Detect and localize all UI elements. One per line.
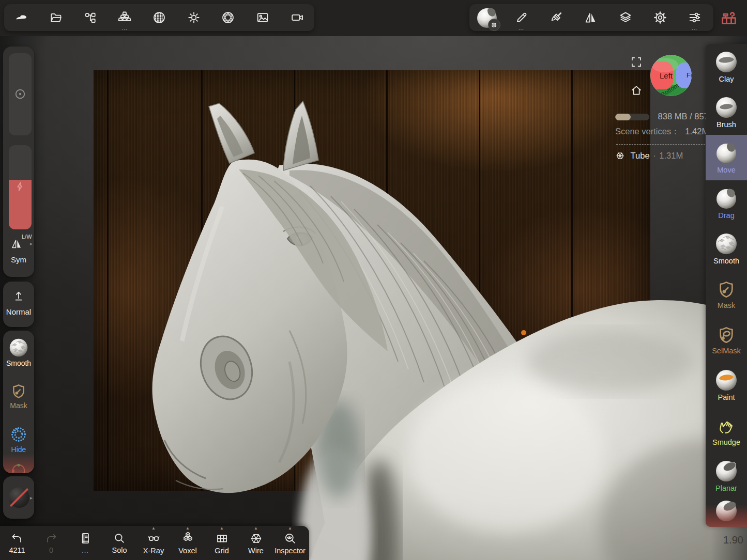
tool-smudge[interactable]: Smudge bbox=[706, 408, 747, 453]
toggle-label: Wire bbox=[248, 547, 264, 555]
fullscreen-icon bbox=[630, 55, 643, 69]
undo-icon bbox=[10, 532, 24, 545]
quick-tool-label: Mask bbox=[10, 401, 27, 410]
toolbox-button[interactable] bbox=[719, 7, 739, 30]
inspector-caret[interactable]: ▲ bbox=[288, 526, 292, 531]
fullscreen-button[interactable] bbox=[630, 55, 643, 71]
stroke-settings-button[interactable]: … bbox=[504, 4, 539, 31]
tool-label: Move bbox=[717, 166, 735, 174]
quick-tool-mask[interactable]: Mask bbox=[3, 374, 34, 417]
move-sphere-icon bbox=[715, 142, 738, 164]
video-camera-icon bbox=[290, 10, 304, 25]
intensity-slider[interactable] bbox=[9, 145, 32, 229]
app-logo-button[interactable] bbox=[4, 4, 39, 31]
history-button[interactable]: … bbox=[68, 526, 102, 560]
layers-button[interactable] bbox=[608, 4, 643, 31]
tool-label: Drag bbox=[718, 211, 734, 220]
quick-tools-scroll-fade bbox=[3, 454, 34, 473]
normal-label: Normal bbox=[3, 307, 34, 316]
tool-selmask[interactable]: SelMask bbox=[706, 317, 747, 362]
toggle-inspector[interactable]: ▲ Inspector bbox=[273, 526, 307, 560]
tool-mask[interactable]: Mask bbox=[706, 271, 747, 317]
scene-vertices-label: Scene vertices： bbox=[615, 127, 680, 136]
tool-planar[interactable]: Planar bbox=[706, 453, 747, 499]
smooth-sphere-icon bbox=[715, 232, 738, 255]
quick-tool-label: Smooth bbox=[6, 359, 31, 367]
painting-settings-button[interactable] bbox=[539, 4, 573, 31]
material-button[interactable] bbox=[142, 4, 177, 31]
scene-graph-button[interactable] bbox=[73, 4, 108, 31]
toggle-grid[interactable]: ▲ Grid bbox=[205, 526, 239, 560]
symmetry-label: Sym bbox=[3, 255, 34, 264]
tool-paint[interactable]: Paint bbox=[706, 362, 747, 408]
undo-button[interactable]: 4211 bbox=[0, 526, 34, 560]
matcap-preview-button[interactable] bbox=[469, 4, 504, 31]
tool-clay[interactable]: Clay bbox=[706, 44, 747, 89]
tool-smooth[interactable]: Smooth bbox=[706, 226, 747, 271]
alpha-expand-arrow[interactable]: ▸ bbox=[30, 495, 33, 501]
alpha-panel[interactable]: ▸ bbox=[3, 476, 34, 519]
orientation-gizmo[interactable]: Left Front Bottom bbox=[649, 54, 693, 97]
home-view-button[interactable] bbox=[630, 84, 643, 99]
wire-caret[interactable]: ▲ bbox=[254, 526, 258, 531]
object-row[interactable]: Tube · 1.31M bbox=[615, 151, 706, 161]
files-button[interactable] bbox=[39, 4, 73, 31]
settings-button[interactable] bbox=[643, 4, 677, 31]
postprocess-button[interactable] bbox=[211, 4, 246, 31]
undo-count: 4211 bbox=[9, 546, 25, 554]
toggle-solo[interactable]: Solo bbox=[102, 526, 136, 560]
redo-count: 0 bbox=[49, 546, 53, 554]
tool-brush[interactable]: Brush bbox=[706, 89, 747, 135]
stats-separator bbox=[616, 144, 705, 145]
main-toolbar-right: … … bbox=[469, 4, 713, 31]
toggle-wire[interactable]: ▲ Wire bbox=[239, 526, 273, 560]
sliders-icon bbox=[688, 10, 702, 25]
tool-move-selected[interactable]: Move bbox=[706, 135, 747, 180]
background-button[interactable] bbox=[246, 4, 280, 31]
wireframe-icon bbox=[249, 532, 263, 546]
xray-caret[interactable]: ▲ bbox=[151, 526, 156, 531]
quick-tool-smooth[interactable]: Smooth bbox=[3, 331, 34, 374]
quick-tool-label: Hide bbox=[11, 445, 26, 454]
topology-button[interactable]: … bbox=[108, 4, 142, 31]
symmetry-button[interactable] bbox=[573, 4, 608, 31]
grid-caret[interactable]: ▲ bbox=[220, 526, 224, 531]
toggle-voxel[interactable]: ▲ Voxel bbox=[171, 526, 205, 560]
redo-icon bbox=[44, 532, 58, 545]
tool-label: Brush bbox=[716, 120, 736, 129]
symmetry-expand-arrow[interactable]: ▸ bbox=[30, 241, 33, 246]
redo-button[interactable]: 0 bbox=[34, 526, 68, 560]
tool-label: Mask bbox=[718, 301, 736, 309]
lighting-button[interactable] bbox=[176, 4, 211, 31]
alpha-none-icon bbox=[9, 487, 29, 508]
radius-slider[interactable] bbox=[9, 53, 32, 135]
tool-label: Planar bbox=[715, 484, 737, 492]
voxel-cubes-icon bbox=[181, 532, 195, 546]
tool-label: Smooth bbox=[713, 257, 739, 265]
gear-badge-icon bbox=[491, 22, 497, 28]
paintbrush-icon bbox=[549, 11, 563, 25]
nomad-logo-icon bbox=[13, 10, 29, 25]
voxel-caret[interactable]: ▲ bbox=[186, 526, 190, 531]
toggle-xray[interactable]: ▲ X-Ray bbox=[136, 526, 171, 560]
quick-tools-panel: Smooth Mask Hide bbox=[3, 331, 34, 473]
camera-button[interactable] bbox=[280, 4, 314, 31]
inspector-eye-icon bbox=[283, 532, 297, 546]
stroke-more: … bbox=[504, 25, 539, 30]
symmetry-toggle[interactable]: L/W ▸ Sym bbox=[3, 234, 34, 275]
sun-icon bbox=[187, 10, 201, 25]
app-window: Left Front Bottom 838 MB / 857 M Scene v… bbox=[0, 0, 747, 560]
xray-glasses-icon bbox=[147, 532, 161, 546]
brush-sphere-icon bbox=[715, 96, 738, 119]
object-name: Tube bbox=[631, 151, 650, 160]
mask-shield-icon bbox=[716, 279, 737, 300]
scene-vertices-value: 1.42M bbox=[685, 127, 706, 136]
normal-mode-button[interactable]: Normal bbox=[3, 282, 34, 327]
toolbox-icon bbox=[719, 7, 739, 28]
tool-drag[interactable]: Drag bbox=[706, 180, 747, 226]
drag-sphere-icon bbox=[715, 187, 738, 210]
scene-stats: 838 MB / 857 M Scene vertices： 1.42M Tub… bbox=[615, 112, 706, 161]
smooth-sphere-icon bbox=[9, 338, 28, 357]
toggle-label: Solo bbox=[112, 546, 127, 554]
quick-settings-button[interactable]: … bbox=[677, 4, 712, 31]
